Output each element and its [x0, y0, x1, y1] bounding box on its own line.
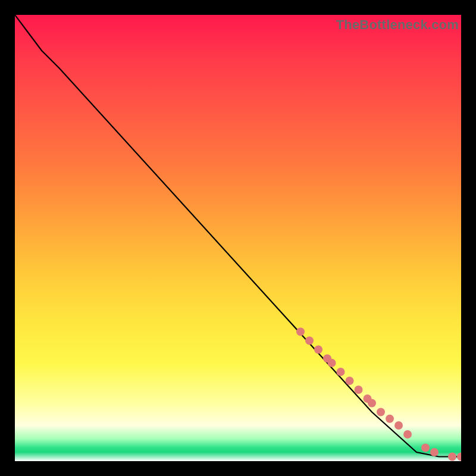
marker-point — [346, 377, 354, 385]
marker-point — [364, 394, 372, 403]
watermark-text: TheBottleneck.com — [336, 17, 459, 33]
marker-point — [448, 453, 456, 461]
marker-point — [430, 448, 439, 456]
marker-point — [323, 355, 331, 363]
chart-frame: TheBottleneck.com — [0, 0, 476, 476]
marker-point — [457, 453, 461, 461]
marker-point — [386, 415, 394, 423]
marker-point — [368, 399, 376, 408]
chart-overlay — [15, 15, 461, 461]
marker-point — [314, 346, 322, 354]
marker-point — [328, 359, 336, 367]
plot-area: TheBottleneck.com — [15, 15, 461, 461]
marker-point — [337, 368, 345, 376]
marker-point — [355, 386, 363, 394]
marker-point — [305, 337, 314, 345]
marker-point — [394, 421, 403, 430]
marker-point — [403, 430, 412, 439]
marker-point — [421, 444, 430, 452]
marker-point — [296, 328, 305, 336]
marker-point — [377, 408, 385, 416]
curve-line — [15, 15, 461, 457]
marker-group — [296, 328, 461, 461]
